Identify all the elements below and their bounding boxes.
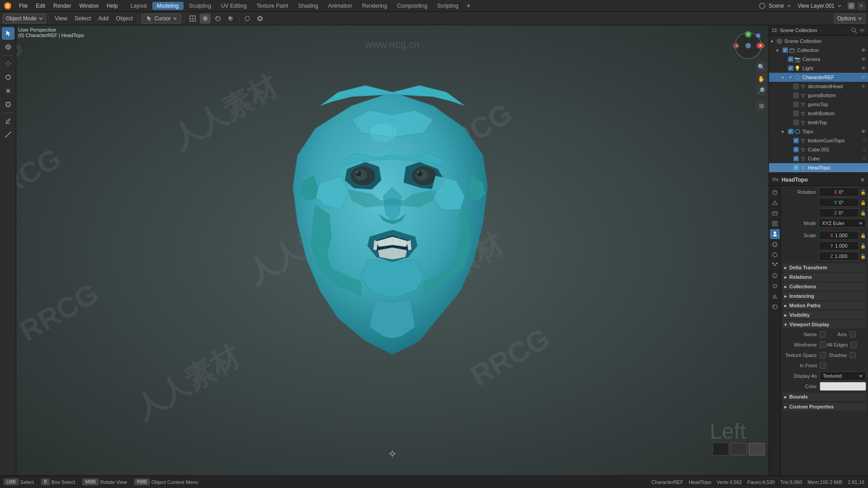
outliner-camera[interactable]: ✓ 📷 Camera 👁: [769, 55, 868, 64]
outliner-light[interactable]: ✓ 💡 Light 👁: [769, 64, 868, 73]
name-toggle[interactable]: [820, 331, 826, 338]
prop-tab-world[interactable]: [770, 239, 780, 249]
section-relations[interactable]: ▸ Relations: [783, 273, 866, 281]
fullscreen-btn[interactable]: [847, 2, 855, 10]
rotation-z-value[interactable]: Z 0°: [819, 208, 859, 217]
section-delta-transform[interactable]: ▸ Delta Transform: [783, 263, 866, 272]
prop-tab-viewlayer[interactable]: [770, 219, 780, 229]
menu-help[interactable]: Help: [103, 2, 122, 10]
scale-y-lock[interactable]: 🔓: [860, 243, 866, 249]
material-btn[interactable]: [212, 14, 223, 23]
rotation-y-value[interactable]: Y 0°: [819, 198, 859, 207]
prop-tab-physics[interactable]: [770, 271, 780, 281]
outliner-teethbottom[interactable]: ▽ teethBottom: [769, 109, 868, 118]
section-bounds[interactable]: ▸ Bounds: [783, 393, 866, 401]
measure-tool[interactable]: [2, 128, 14, 141]
outliner-gumstop[interactable]: ▽ gumsTop: [769, 100, 868, 109]
outliner-cube[interactable]: ✓ ▽ Cube ▽: [769, 154, 868, 163]
menu-file[interactable]: File: [15, 2, 31, 10]
outliner-bottomgumtopo[interactable]: ✓ ▽ bottomGumTopo ▽: [769, 136, 868, 145]
solid-btn[interactable]: [200, 14, 211, 23]
scale-x-value[interactable]: X 1.000: [819, 231, 859, 240]
scale-tool[interactable]: [2, 84, 14, 97]
annotate-tool[interactable]: [2, 115, 14, 127]
cursor-tool-btn[interactable]: Cursor: [142, 14, 181, 23]
options-btn[interactable]: Options: [834, 14, 865, 23]
section-viewport-display[interactable]: ▾ Viewport Display: [783, 320, 866, 328]
outliner-cube001[interactable]: ✓ ▽ Cube.001 ▽: [769, 145, 868, 154]
outliner-teethtop[interactable]: ▽ teethTop: [769, 118, 868, 127]
thumb-3[interactable]: [749, 443, 765, 455]
viewport[interactable]: RRCG 人人素材 RRCG 人人素材 RRCG 人人素材 RRCG 人人素材 …: [16, 25, 769, 475]
rotation-x-value[interactable]: X 0°: [819, 188, 859, 197]
workspace-layout[interactable]: Layout: [126, 2, 151, 10]
nav-x-axis[interactable]: X: [756, 42, 764, 49]
outliner-characterref[interactable]: ▾ ✓ CharacterREF 👁: [769, 73, 868, 82]
add-menu-btn[interactable]: Add: [95, 14, 111, 23]
window-close-btn[interactable]: ×: [857, 2, 865, 10]
vp-pan-btn[interactable]: ✋: [756, 73, 767, 84]
outliner-gumsbottom[interactable]: ▽ gumsBottom: [769, 91, 868, 100]
section-instancing[interactable]: ▸ Instancing: [783, 292, 866, 300]
view-menu-btn[interactable]: View: [52, 14, 70, 23]
workspace-scripting[interactable]: Scripting: [433, 2, 463, 10]
properties-close[interactable]: ×: [861, 176, 864, 183]
vp-zoom-btn[interactable]: 🔎: [756, 85, 767, 96]
mode-dropdown[interactable]: XYZ Euler: [819, 219, 866, 228]
overlay-btn[interactable]: [242, 14, 253, 23]
cursor-tool[interactable]: [2, 41, 14, 53]
rotation-x-lock[interactable]: 🔓: [860, 189, 866, 195]
select-menu-btn[interactable]: Select: [72, 14, 94, 23]
select-tool[interactable]: [2, 27, 14, 40]
in-front-toggle[interactable]: [820, 362, 826, 369]
prop-tab-render[interactable]: [770, 198, 780, 208]
outliner-headtopo[interactable]: ✓ ▽ HeadTopo ▽: [769, 163, 868, 172]
prop-tab-modifiers[interactable]: [770, 291, 780, 301]
prop-tab-scene-props[interactable]: [770, 229, 780, 239]
nav-z-axis[interactable]: [745, 43, 751, 48]
scale-y-value[interactable]: Y 1.000: [819, 241, 859, 250]
workspace-animation[interactable]: Animation: [324, 2, 357, 10]
thumb-1[interactable]: [712, 443, 729, 455]
all-edges-toggle[interactable]: [850, 342, 857, 348]
outliner-decimatedhead[interactable]: ▽ decimatedHead 👁: [769, 82, 868, 91]
wireframe-toggle[interactable]: [820, 342, 826, 348]
scale-z-value[interactable]: Z 1.000: [819, 252, 859, 261]
section-motion-paths[interactable]: ▸ Motion Paths: [783, 301, 866, 310]
workspace-modeling[interactable]: Modeling: [152, 2, 184, 10]
rotate-tool[interactable]: [2, 71, 14, 84]
outliner-topo[interactable]: ▾ ✓ Topo 👁: [769, 127, 868, 136]
axis-gizmo[interactable]: X Y -X: [732, 30, 764, 61]
object-menu-btn[interactable]: Object: [113, 14, 136, 23]
outliner-scene-collection[interactable]: ▾ Scene Collection: [769, 37, 868, 46]
object-mode-dropdown[interactable]: Object Mode: [3, 14, 46, 23]
axis-toggle[interactable]: [849, 331, 856, 338]
workspace-texture[interactable]: Texture Paint: [252, 2, 293, 10]
nav-neg-x-axis[interactable]: -X: [733, 42, 739, 49]
workspace-sculpting[interactable]: Sculpting: [184, 2, 216, 10]
section-custom-properties[interactable]: ▸ Custom Properties: [783, 403, 866, 411]
menu-edit[interactable]: Edit: [32, 2, 49, 10]
rotation-y-lock[interactable]: 🔓: [860, 199, 866, 206]
viewport-navigation-gizmo[interactable]: X Y -X: [732, 30, 764, 61]
thumb-2[interactable]: [731, 443, 747, 455]
prop-tab-material[interactable]: [770, 302, 780, 312]
prop-tab-constraints[interactable]: [770, 281, 780, 291]
display-as-dropdown[interactable]: Textured: [820, 371, 866, 380]
workspace-compositing[interactable]: Compositing: [392, 2, 432, 10]
workspace-rendering[interactable]: Rendering: [358, 2, 392, 10]
rendered-btn[interactable]: [225, 14, 236, 23]
prop-tab-scene[interactable]: [770, 188, 780, 197]
texture-space-toggle[interactable]: [820, 352, 826, 358]
vp-search-btn[interactable]: 🔍: [756, 61, 767, 72]
wireframe-btn[interactable]: [187, 14, 198, 23]
outliner-collection[interactable]: ▾ ✓ Collection 👁: [769, 46, 868, 55]
workspace-uv[interactable]: UV Editing: [217, 2, 251, 10]
section-visibility[interactable]: ▸ Visibility: [783, 311, 866, 319]
scale-z-lock[interactable]: 🔓: [860, 253, 866, 259]
color-picker[interactable]: [820, 382, 866, 391]
rotation-z-lock[interactable]: 🔓: [860, 210, 866, 216]
vp-grid-btn[interactable]: ⊞: [756, 100, 767, 111]
blender-logo[interactable]: B: [3, 1, 13, 11]
workspace-shading[interactable]: Shading: [294, 2, 323, 10]
